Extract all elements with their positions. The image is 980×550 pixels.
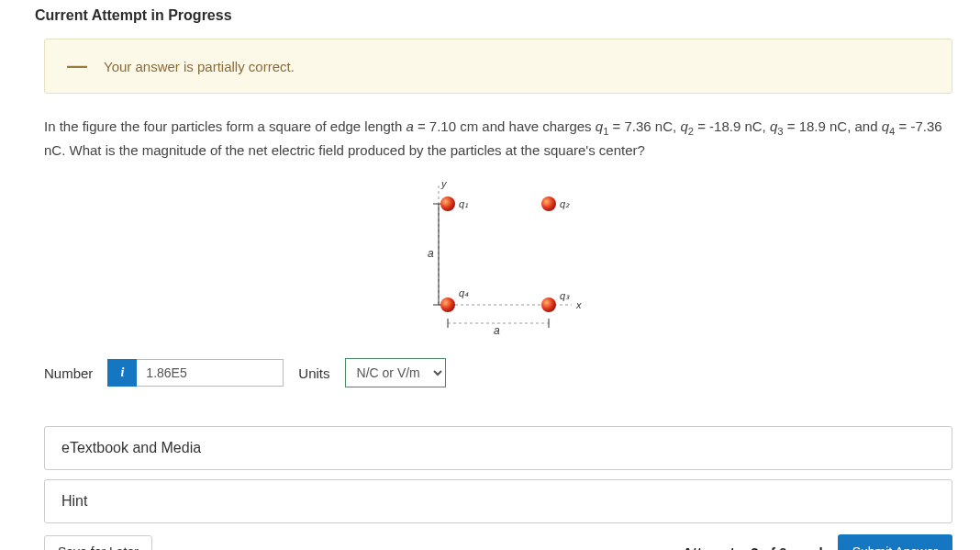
svg-text:q₂: q₂: [560, 198, 570, 209]
question-text: In the figure the four particles form a …: [44, 116, 952, 162]
particle-q2: [541, 196, 556, 211]
save-for-later-button[interactable]: Save for Later: [44, 535, 152, 550]
etextbook-panel[interactable]: eTextbook and Media: [44, 426, 952, 470]
hint-panel[interactable]: Hint: [44, 479, 952, 523]
svg-text:q₄: q₄: [459, 287, 469, 298]
svg-text:x: x: [575, 299, 582, 310]
units-select[interactable]: N/C or V/m: [345, 358, 446, 387]
feedback-banner: — Your answer is partially correct.: [44, 39, 952, 94]
attempt-heading: Current Attempt in Progress: [35, 0, 952, 39]
feedback-text: Your answer is partially correct.: [104, 59, 295, 74]
attempts-text: Attempts: 2 of 6 used: [683, 544, 823, 551]
question-figure: y x a a q₁ q₂ q₃ q₄: [44, 176, 952, 342]
info-button[interactable]: i: [107, 359, 137, 387]
partial-icon: —: [67, 56, 87, 76]
particle-figure-svg: y x a a q₁ q₂ q₃ q₄: [393, 176, 604, 342]
svg-text:q₃: q₃: [560, 290, 570, 301]
number-input[interactable]: [137, 359, 284, 387]
answer-row: Number i Units N/C or V/m: [44, 358, 952, 387]
svg-text:a: a: [494, 324, 500, 337]
particle-q1: [440, 196, 455, 211]
units-label: Units: [298, 365, 329, 381]
particle-q3: [541, 297, 556, 312]
svg-text:q₁: q₁: [459, 198, 468, 209]
svg-text:y: y: [440, 178, 448, 189]
svg-text:a: a: [428, 247, 434, 260]
submit-answer-button[interactable]: Submit Answer: [838, 534, 952, 550]
number-label: Number: [44, 365, 93, 381]
particle-q4: [440, 297, 455, 312]
